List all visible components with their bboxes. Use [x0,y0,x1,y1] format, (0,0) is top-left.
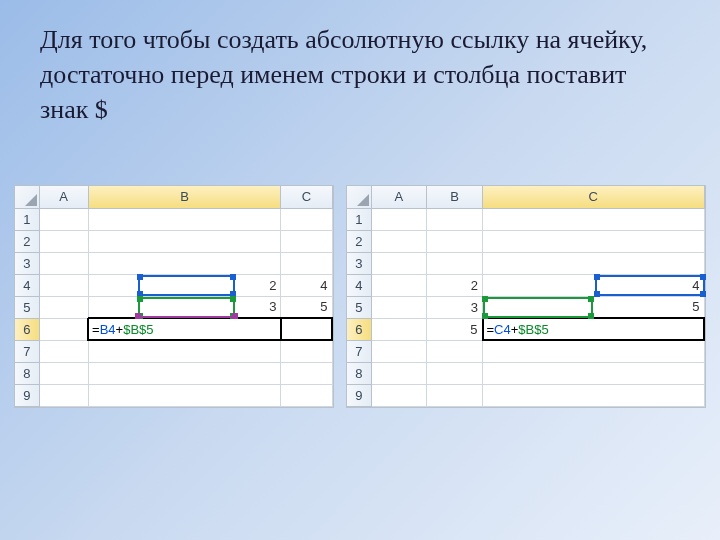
cell[interactable] [371,296,427,318]
cell[interactable] [371,230,427,252]
cell[interactable] [483,384,705,406]
cell[interactable] [39,274,88,296]
cell[interactable] [427,230,483,252]
spreadsheet-right: A B C 1 2 3 424 535 6 5 =C4+$B$5 7 8 9 [346,185,706,408]
row-header[interactable]: 5 [15,296,39,318]
cell-b6[interactable]: 5 [427,318,483,340]
cell[interactable] [371,274,427,296]
formula-ref1: B4 [100,322,116,337]
cell[interactable] [427,340,483,362]
col-header-a[interactable]: A [39,186,88,208]
cell-b4[interactable]: 2 [88,274,281,296]
formula-ref2: $B$5 [123,322,153,337]
col-header-b[interactable]: B [88,186,281,208]
row-header[interactable]: 1 [347,208,371,230]
cell-c5[interactable]: 5 [483,296,705,318]
formula-eq: = [487,322,495,337]
cell[interactable] [39,384,88,406]
cell-c4[interactable]: 4 [483,274,705,296]
cell[interactable] [281,252,332,274]
col-header-c[interactable]: C [483,186,705,208]
cell[interactable] [483,208,705,230]
cell[interactable] [371,362,427,384]
cell[interactable] [281,208,332,230]
spreadsheets-container: A B C 1 2 3 424 535 6 =B4+$B$5 7 8 9 [14,185,706,408]
row-header[interactable]: 3 [347,252,371,274]
cell[interactable] [88,230,281,252]
row-header[interactable]: 7 [15,340,39,362]
cell[interactable] [88,252,281,274]
cell[interactable] [483,340,705,362]
select-all-corner[interactable] [15,186,39,208]
cell[interactable] [483,252,705,274]
cell[interactable] [371,384,427,406]
row-header[interactable]: 8 [347,362,371,384]
cell[interactable] [427,252,483,274]
cell[interactable] [39,362,88,384]
formula-cell-c6[interactable]: =C4+$B$5 [483,318,705,340]
formula-ref1: C4 [494,322,511,337]
row-header[interactable]: 2 [15,230,39,252]
cell[interactable] [371,318,427,340]
cell[interactable] [371,252,427,274]
cell[interactable] [281,340,332,362]
col-header-b[interactable]: B [427,186,483,208]
cell[interactable] [281,362,332,384]
row-header[interactable]: 9 [347,384,371,406]
cell[interactable] [39,252,88,274]
cell[interactable] [371,208,427,230]
cell-c6[interactable] [281,318,332,340]
cell[interactable] [427,384,483,406]
cell[interactable] [281,384,332,406]
cell[interactable] [88,384,281,406]
cell-b4[interactable]: 2 [427,274,483,296]
col-header-c[interactable]: C [281,186,332,208]
cell-b5[interactable]: 3 [427,296,483,318]
cell[interactable] [88,340,281,362]
row-header[interactable]: 9 [15,384,39,406]
cell-c5[interactable]: 5 [281,296,332,318]
cell-b5[interactable]: 3 [88,296,281,318]
cell[interactable] [39,340,88,362]
cell[interactable] [371,340,427,362]
cell[interactable] [39,318,88,340]
cell[interactable] [88,362,281,384]
row-header[interactable]: 6 [15,318,39,340]
cell[interactable] [427,362,483,384]
select-all-corner[interactable] [347,186,371,208]
row-header[interactable]: 7 [347,340,371,362]
row-header[interactable]: 8 [15,362,39,384]
slide-paragraph: Для того чтобы создать абсолютную ссылку… [40,22,680,127]
row-header[interactable]: 4 [15,274,39,296]
cell[interactable] [39,296,88,318]
grid-left[interactable]: A B C 1 2 3 424 535 6 =B4+$B$5 7 8 9 [15,186,333,407]
row-header[interactable]: 3 [15,252,39,274]
cell[interactable] [39,208,88,230]
spreadsheet-left: A B C 1 2 3 424 535 6 =B4+$B$5 7 8 9 [14,185,334,408]
row-header[interactable]: 4 [347,274,371,296]
formula-cell-b6[interactable]: =B4+$B$5 [88,318,281,340]
cell[interactable] [39,230,88,252]
formula-eq: = [92,322,100,337]
cell[interactable] [281,230,332,252]
cell-c4[interactable]: 4 [281,274,332,296]
cell[interactable] [427,208,483,230]
formula-ref2: $B$5 [518,322,548,337]
col-header-a[interactable]: A [371,186,427,208]
row-header[interactable]: 2 [347,230,371,252]
grid-right[interactable]: A B C 1 2 3 424 535 6 5 =C4+$B$5 7 8 9 [347,186,705,407]
cell[interactable] [483,230,705,252]
row-header[interactable]: 6 [347,318,371,340]
cell[interactable] [483,362,705,384]
row-header[interactable]: 5 [347,296,371,318]
row-header[interactable]: 1 [15,208,39,230]
cell[interactable] [88,208,281,230]
